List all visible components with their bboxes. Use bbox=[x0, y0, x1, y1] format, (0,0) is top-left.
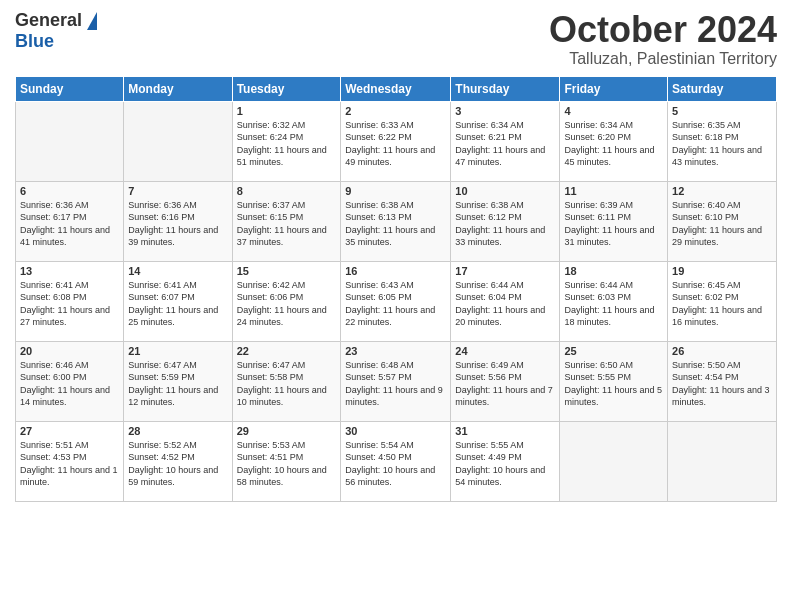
day-info: Sunrise: 6:41 AMSunset: 6:08 PMDaylight:… bbox=[20, 279, 119, 329]
calendar-cell bbox=[560, 421, 668, 501]
day-number: 8 bbox=[237, 185, 337, 197]
title-location: Talluzah, Palestinian Territory bbox=[549, 50, 777, 68]
calendar-cell: 2Sunrise: 6:33 AMSunset: 6:22 PMDaylight… bbox=[341, 101, 451, 181]
day-number: 3 bbox=[455, 105, 555, 117]
calendar-cell: 1Sunrise: 6:32 AMSunset: 6:24 PMDaylight… bbox=[232, 101, 341, 181]
day-number: 28 bbox=[128, 425, 227, 437]
day-info: Sunrise: 6:47 AMSunset: 5:58 PMDaylight:… bbox=[237, 359, 337, 409]
calendar-cell: 29Sunrise: 5:53 AMSunset: 4:51 PMDayligh… bbox=[232, 421, 341, 501]
day-info: Sunrise: 5:52 AMSunset: 4:52 PMDaylight:… bbox=[128, 439, 227, 489]
day-number: 18 bbox=[564, 265, 663, 277]
day-info: Sunrise: 6:42 AMSunset: 6:06 PMDaylight:… bbox=[237, 279, 337, 329]
calendar-cell: 11Sunrise: 6:39 AMSunset: 6:11 PMDayligh… bbox=[560, 181, 668, 261]
day-number: 9 bbox=[345, 185, 446, 197]
day-number: 17 bbox=[455, 265, 555, 277]
day-info: Sunrise: 6:39 AMSunset: 6:11 PMDaylight:… bbox=[564, 199, 663, 249]
calendar-cell bbox=[16, 101, 124, 181]
calendar-week-row: 6Sunrise: 6:36 AMSunset: 6:17 PMDaylight… bbox=[16, 181, 777, 261]
calendar-cell: 3Sunrise: 6:34 AMSunset: 6:21 PMDaylight… bbox=[451, 101, 560, 181]
day-info: Sunrise: 6:50 AMSunset: 5:55 PMDaylight:… bbox=[564, 359, 663, 409]
calendar-header-monday: Monday bbox=[124, 76, 232, 101]
calendar-cell: 19Sunrise: 6:45 AMSunset: 6:02 PMDayligh… bbox=[668, 261, 777, 341]
day-info: Sunrise: 5:51 AMSunset: 4:53 PMDaylight:… bbox=[20, 439, 119, 489]
day-info: Sunrise: 6:48 AMSunset: 5:57 PMDaylight:… bbox=[345, 359, 446, 409]
day-info: Sunrise: 5:50 AMSunset: 4:54 PMDaylight:… bbox=[672, 359, 772, 409]
calendar-cell: 21Sunrise: 6:47 AMSunset: 5:59 PMDayligh… bbox=[124, 341, 232, 421]
day-info: Sunrise: 6:44 AMSunset: 6:03 PMDaylight:… bbox=[564, 279, 663, 329]
day-number: 26 bbox=[672, 345, 772, 357]
calendar-week-row: 1Sunrise: 6:32 AMSunset: 6:24 PMDaylight… bbox=[16, 101, 777, 181]
day-info: Sunrise: 6:36 AMSunset: 6:16 PMDaylight:… bbox=[128, 199, 227, 249]
day-info: Sunrise: 6:43 AMSunset: 6:05 PMDaylight:… bbox=[345, 279, 446, 329]
day-number: 12 bbox=[672, 185, 772, 197]
calendar-cell: 31Sunrise: 5:55 AMSunset: 4:49 PMDayligh… bbox=[451, 421, 560, 501]
day-info: Sunrise: 5:55 AMSunset: 4:49 PMDaylight:… bbox=[455, 439, 555, 489]
calendar-cell: 17Sunrise: 6:44 AMSunset: 6:04 PMDayligh… bbox=[451, 261, 560, 341]
calendar-cell: 18Sunrise: 6:44 AMSunset: 6:03 PMDayligh… bbox=[560, 261, 668, 341]
calendar-cell: 4Sunrise: 6:34 AMSunset: 6:20 PMDaylight… bbox=[560, 101, 668, 181]
calendar-cell: 24Sunrise: 6:49 AMSunset: 5:56 PMDayligh… bbox=[451, 341, 560, 421]
calendar-cell: 15Sunrise: 6:42 AMSunset: 6:06 PMDayligh… bbox=[232, 261, 341, 341]
day-number: 15 bbox=[237, 265, 337, 277]
day-info: Sunrise: 6:34 AMSunset: 6:20 PMDaylight:… bbox=[564, 119, 663, 169]
calendar-cell: 13Sunrise: 6:41 AMSunset: 6:08 PMDayligh… bbox=[16, 261, 124, 341]
calendar-week-row: 20Sunrise: 6:46 AMSunset: 6:00 PMDayligh… bbox=[16, 341, 777, 421]
day-number: 10 bbox=[455, 185, 555, 197]
calendar-header-friday: Friday bbox=[560, 76, 668, 101]
calendar-cell: 14Sunrise: 6:41 AMSunset: 6:07 PMDayligh… bbox=[124, 261, 232, 341]
day-info: Sunrise: 6:35 AMSunset: 6:18 PMDaylight:… bbox=[672, 119, 772, 169]
logo-blue-text: Blue bbox=[15, 31, 54, 52]
calendar-cell: 9Sunrise: 6:38 AMSunset: 6:13 PMDaylight… bbox=[341, 181, 451, 261]
calendar: SundayMondayTuesdayWednesdayThursdayFrid… bbox=[15, 76, 777, 502]
day-info: Sunrise: 5:54 AMSunset: 4:50 PMDaylight:… bbox=[345, 439, 446, 489]
calendar-cell: 16Sunrise: 6:43 AMSunset: 6:05 PMDayligh… bbox=[341, 261, 451, 341]
day-number: 13 bbox=[20, 265, 119, 277]
day-info: Sunrise: 6:32 AMSunset: 6:24 PMDaylight:… bbox=[237, 119, 337, 169]
header: General Blue October 2024 Talluzah, Pale… bbox=[15, 10, 777, 68]
day-info: Sunrise: 6:37 AMSunset: 6:15 PMDaylight:… bbox=[237, 199, 337, 249]
calendar-cell: 30Sunrise: 5:54 AMSunset: 4:50 PMDayligh… bbox=[341, 421, 451, 501]
calendar-week-row: 13Sunrise: 6:41 AMSunset: 6:08 PMDayligh… bbox=[16, 261, 777, 341]
day-number: 30 bbox=[345, 425, 446, 437]
day-number: 2 bbox=[345, 105, 446, 117]
day-info: Sunrise: 6:36 AMSunset: 6:17 PMDaylight:… bbox=[20, 199, 119, 249]
calendar-cell: 25Sunrise: 6:50 AMSunset: 5:55 PMDayligh… bbox=[560, 341, 668, 421]
day-number: 31 bbox=[455, 425, 555, 437]
day-info: Sunrise: 6:49 AMSunset: 5:56 PMDaylight:… bbox=[455, 359, 555, 409]
day-number: 20 bbox=[20, 345, 119, 357]
day-info: Sunrise: 6:33 AMSunset: 6:22 PMDaylight:… bbox=[345, 119, 446, 169]
day-info: Sunrise: 6:44 AMSunset: 6:04 PMDaylight:… bbox=[455, 279, 555, 329]
day-number: 22 bbox=[237, 345, 337, 357]
calendar-header-row: SundayMondayTuesdayWednesdayThursdayFrid… bbox=[16, 76, 777, 101]
calendar-cell bbox=[668, 421, 777, 501]
day-number: 23 bbox=[345, 345, 446, 357]
day-info: Sunrise: 6:47 AMSunset: 5:59 PMDaylight:… bbox=[128, 359, 227, 409]
day-number: 29 bbox=[237, 425, 337, 437]
calendar-cell: 6Sunrise: 6:36 AMSunset: 6:17 PMDaylight… bbox=[16, 181, 124, 261]
day-info: Sunrise: 6:40 AMSunset: 6:10 PMDaylight:… bbox=[672, 199, 772, 249]
calendar-header-sunday: Sunday bbox=[16, 76, 124, 101]
calendar-cell: 28Sunrise: 5:52 AMSunset: 4:52 PMDayligh… bbox=[124, 421, 232, 501]
day-number: 27 bbox=[20, 425, 119, 437]
day-number: 6 bbox=[20, 185, 119, 197]
day-number: 14 bbox=[128, 265, 227, 277]
day-number: 24 bbox=[455, 345, 555, 357]
calendar-cell: 26Sunrise: 5:50 AMSunset: 4:54 PMDayligh… bbox=[668, 341, 777, 421]
day-info: Sunrise: 6:45 AMSunset: 6:02 PMDaylight:… bbox=[672, 279, 772, 329]
day-number: 1 bbox=[237, 105, 337, 117]
calendar-cell: 27Sunrise: 5:51 AMSunset: 4:53 PMDayligh… bbox=[16, 421, 124, 501]
day-info: Sunrise: 6:41 AMSunset: 6:07 PMDaylight:… bbox=[128, 279, 227, 329]
logo-triangle-icon bbox=[87, 12, 97, 30]
day-number: 4 bbox=[564, 105, 663, 117]
calendar-cell: 20Sunrise: 6:46 AMSunset: 6:00 PMDayligh… bbox=[16, 341, 124, 421]
calendar-cell: 7Sunrise: 6:36 AMSunset: 6:16 PMDaylight… bbox=[124, 181, 232, 261]
day-number: 19 bbox=[672, 265, 772, 277]
calendar-cell: 5Sunrise: 6:35 AMSunset: 6:18 PMDaylight… bbox=[668, 101, 777, 181]
day-info: Sunrise: 6:34 AMSunset: 6:21 PMDaylight:… bbox=[455, 119, 555, 169]
day-number: 16 bbox=[345, 265, 446, 277]
day-number: 11 bbox=[564, 185, 663, 197]
calendar-header-wednesday: Wednesday bbox=[341, 76, 451, 101]
calendar-header-tuesday: Tuesday bbox=[232, 76, 341, 101]
calendar-header-thursday: Thursday bbox=[451, 76, 560, 101]
day-info: Sunrise: 6:38 AMSunset: 6:12 PMDaylight:… bbox=[455, 199, 555, 249]
